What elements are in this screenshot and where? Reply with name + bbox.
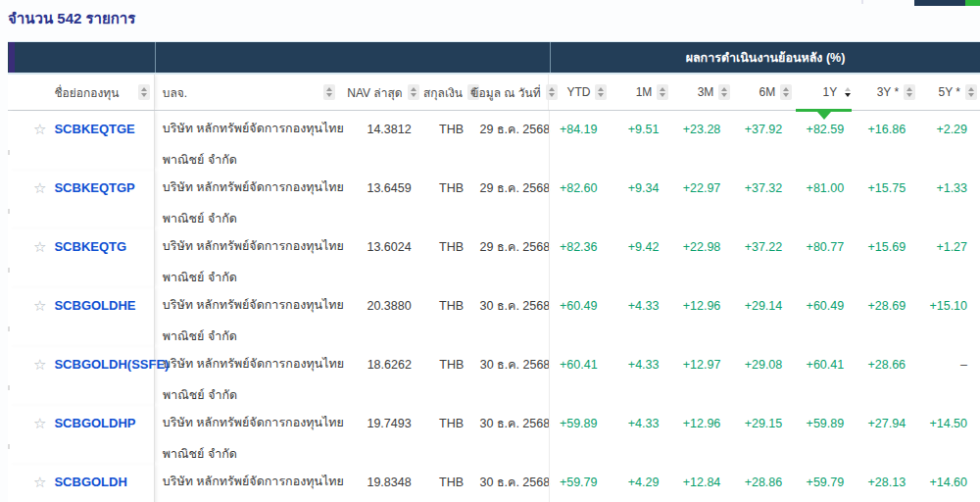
column-header-fund[interactable]: ชื่อย่อกองทุน (8, 75, 155, 110)
fund-link[interactable]: SCBGOLDH (54, 474, 126, 490)
fund-link[interactable]: SCBKEQTG (54, 238, 126, 255)
performance-value-6m: +37.22 (733, 228, 795, 287)
favorite-star-icon[interactable]: ☆ (33, 415, 46, 431)
nav-value: 13.6024 (341, 228, 423, 287)
favorite-star-icon[interactable]: ☆ (33, 356, 46, 373)
column-header-3y[interactable]: 3Y * (857, 75, 918, 110)
fund-link[interactable]: SCBGOLDHE (54, 297, 135, 314)
fund-link[interactable]: SCBGOLDH(SSFE) (54, 356, 169, 373)
performance-value-1m: +4.33 (610, 405, 671, 464)
currency-value: THB (423, 287, 480, 346)
performance-value-3y: +28.69 (857, 287, 918, 346)
sort-icon (408, 84, 419, 100)
favorite-star-icon[interactable]: ☆ (33, 297, 46, 314)
favorite-star-icon[interactable]: ☆ (33, 238, 46, 255)
table-column-header-row: ชื่อย่อกองทุน บลจ. NAV ล่าสุด สกุลเงิน ข… (8, 75, 980, 111)
manager-cell: บริษัท หลักทรัพย์จัดการกองทุนไทยพาณิชย์ … (155, 111, 341, 170)
column-header-date[interactable]: ข้อมูล ณ วันที่ (479, 75, 548, 110)
column-header-5y[interactable]: 5Y * (918, 75, 980, 110)
date-value: 30 ธ.ค. 2568 (480, 405, 549, 464)
performance-value-3m: +12.84 (671, 464, 733, 502)
performance-value-3y: +28.66 (857, 346, 918, 405)
fund-table: ผลการดำเนินงานย้อนหลัง (%) ชื่อย่อกองทุน… (8, 41, 980, 502)
performance-value-3y: +27.94 (857, 405, 918, 464)
column-header-label: 3M (698, 85, 714, 99)
table-row: ☆SCBGOLDHบริษัท หลักทรัพย์จัดการกองทุนไท… (8, 464, 980, 502)
favorite-star-icon[interactable]: ☆ (33, 474, 46, 490)
column-header-1y[interactable]: 1Y (795, 75, 857, 110)
manager-name-line: พาณิชย์ จำกัด (163, 387, 331, 404)
sort-icon (904, 84, 915, 100)
topbar-button-partial-navy[interactable] (914, 0, 965, 6)
manager-name-line: บริษัท หลักทรัพย์จัดการกองทุนไทย (163, 121, 331, 137)
fund-link[interactable]: SCBKEQTGE (54, 121, 134, 137)
manager-cell: บริษัท หลักทรัพย์จัดการกองทุนไทยพาณิชย์ … (155, 405, 341, 464)
performance-value-1m: +9.42 (610, 228, 671, 287)
column-header-nav[interactable]: NAV ล่าสุด (341, 75, 423, 110)
column-header-label: 5Y * (939, 85, 960, 99)
column-header-label: 1Y (822, 85, 837, 99)
table-group-header: ผลการดำเนินงานย้อนหลัง (%) (8, 42, 980, 75)
performance-value-5y: +15.10 (918, 287, 980, 346)
date-value: 29 ธ.ค. 2568 (480, 170, 549, 228)
performance-value-5y: +1.33 (918, 170, 980, 228)
manager-cell: บริษัท หลักทรัพย์จัดการกองทุนไทยพาณิชย์ … (155, 287, 341, 346)
manager-cell: บริษัท หลักทรัพย์จัดการกองทุนไทยพาณิชย์ … (155, 346, 341, 405)
performance-value-1y: +59.79 (795, 464, 857, 502)
column-header-6m[interactable]: 6M (733, 75, 795, 110)
table-row: ☆SCBGOLDHEบริษัท หลักทรัพย์จัดการกองทุนไ… (8, 287, 980, 346)
row-tick (8, 444, 10, 449)
fund-link[interactable]: SCBKEQTGP (54, 179, 134, 196)
performance-value-3y: +15.69 (857, 228, 918, 287)
performance-value-3y: +28.13 (857, 464, 918, 502)
performance-value-3m: +12.97 (672, 346, 734, 405)
sort-icon (138, 84, 150, 100)
favorite-star-icon[interactable]: ☆ (33, 179, 46, 196)
column-header-label: ชื่อย่อกองทุน (54, 83, 119, 102)
performance-value-ytd: +60.41 (549, 346, 611, 405)
nav-value: 14.3812 (341, 111, 423, 170)
performance-value-5y: +1.27 (918, 228, 980, 287)
column-header-ytd[interactable]: YTD (548, 75, 610, 110)
sort-icon (718, 84, 730, 100)
performance-value-ytd: +59.89 (549, 405, 611, 464)
performance-value-1m: +4.29 (610, 464, 671, 502)
date-value: 29 ธ.ค. 2568 (480, 111, 549, 170)
sort-icon (595, 84, 607, 100)
manager-name-line: พาณิชย์ จำกัด (163, 446, 331, 463)
currency-value: THB (423, 170, 480, 228)
sort-icon (657, 84, 668, 100)
nav-value: 19.7493 (341, 405, 423, 464)
fund-link[interactable]: SCBGOLDHP (54, 415, 135, 431)
topbar-button-partial-green[interactable] (965, 0, 980, 6)
table-row: ☆SCBKEQTGPบริษัท หลักทรัพย์จัดการกองทุนไ… (8, 170, 980, 228)
performance-value-3m: +12.96 (671, 287, 733, 346)
column-header-1m[interactable]: 1M (610, 75, 671, 110)
performance-value-5y: +14.50 (918, 405, 980, 464)
performance-value-1y: +82.59 (795, 111, 857, 170)
column-header-label: YTD (566, 85, 590, 99)
performance-value-1y: +59.89 (795, 405, 857, 464)
table-row: ☆SCBKEQTGEบริษัท หลักทรัพย์จัดการกองทุนไ… (8, 111, 980, 170)
sort-icon-active-desc (842, 84, 854, 100)
performance-value-6m: +29.15 (733, 405, 795, 464)
fund-cell: ☆SCBKEQTGE (8, 111, 155, 170)
currency-value: THB (423, 405, 480, 464)
manager-name-line: บริษัท หลักทรัพย์จัดการกองทุนไทย (163, 238, 331, 255)
fund-cell: ☆SCBGOLDHE (8, 287, 155, 346)
column-header-label: 6M (760, 85, 776, 99)
favorite-star-icon[interactable]: ☆ (33, 121, 46, 137)
performance-value-5y: +2.29 (918, 111, 980, 170)
performance-value-ytd: +84.19 (549, 111, 611, 170)
sort-icon (780, 84, 792, 100)
performance-value-3y: +16.86 (857, 111, 918, 170)
group-header-info-spacer (156, 42, 551, 73)
column-header-3m[interactable]: 3M (671, 75, 733, 110)
date-value: 30 ธ.ค. 2568 (480, 287, 549, 346)
group-header-fund-spacer (8, 42, 156, 73)
row-tick (8, 150, 10, 155)
performance-value-1y: +60.49 (795, 287, 857, 346)
fund-cell: ☆SCBKEQTGP (8, 170, 155, 228)
manager-name-line: บริษัท หลักทรัพย์จัดการกองทุนไทย (163, 415, 331, 431)
column-header-manager[interactable]: บลจ. (155, 75, 341, 110)
